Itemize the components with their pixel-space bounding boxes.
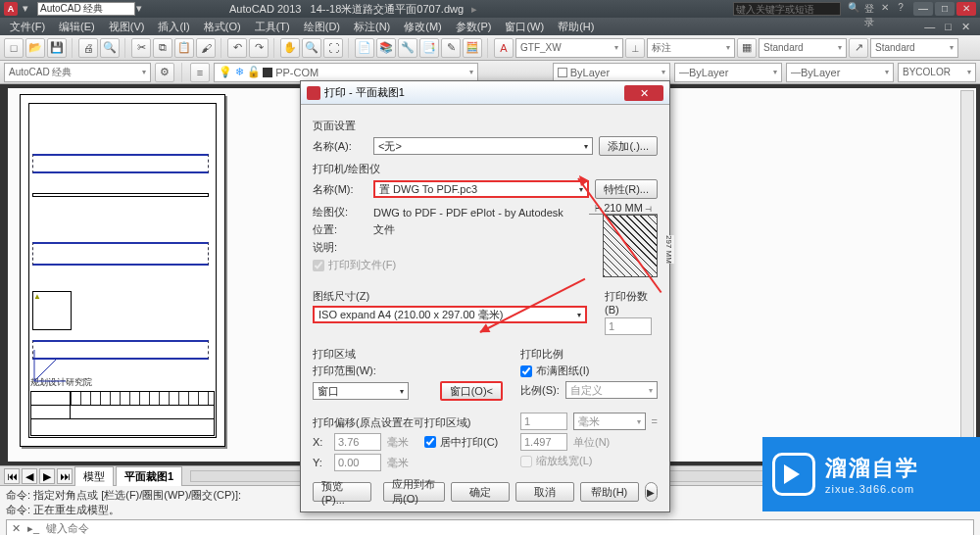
props-icon[interactable]: 📄 bbox=[355, 38, 374, 58]
color-combo[interactable]: ByLayer bbox=[553, 63, 670, 82]
sheets-icon[interactable]: 📑 bbox=[419, 38, 439, 58]
add-button[interactable]: 添加(.)... bbox=[599, 136, 658, 156]
tab-layout1[interactable]: 平面裁图1 bbox=[116, 466, 182, 486]
preview-button[interactable]: 预览(P)... bbox=[313, 482, 371, 502]
mleaderstyle-combo[interactable]: Standard bbox=[870, 38, 958, 58]
tab-model[interactable]: 模型 bbox=[74, 466, 114, 486]
mdi-min[interactable]: — bbox=[920, 21, 939, 33]
save-icon[interactable]: 💾 bbox=[47, 38, 67, 58]
command-input[interactable] bbox=[42, 522, 973, 534]
close-button[interactable]: ✕ bbox=[956, 2, 976, 16]
menu-draw[interactable]: 绘图(D) bbox=[300, 20, 344, 34]
new-icon[interactable]: □ bbox=[4, 38, 24, 58]
match-icon[interactable]: 🖌 bbox=[196, 38, 216, 58]
apply-button[interactable]: 应用到布局(O) bbox=[383, 482, 445, 502]
menu-param[interactable]: 参数(P) bbox=[452, 20, 496, 34]
window-button[interactable]: 窗口(O)< bbox=[440, 381, 503, 401]
menu-insert[interactable]: 插入(I) bbox=[154, 20, 193, 34]
workspace-combo[interactable] bbox=[37, 2, 135, 16]
help-icon[interactable]: ? bbox=[894, 2, 907, 16]
menu-help[interactable]: 帮助(H) bbox=[554, 20, 598, 34]
tab-next[interactable]: ▶ bbox=[39, 468, 55, 484]
tools-icon[interactable]: 🔧 bbox=[398, 38, 417, 58]
ok-button[interactable]: 确定 bbox=[451, 482, 510, 502]
menu-format[interactable]: 格式(O) bbox=[200, 20, 245, 34]
cmd-prompt-icon: ▸_ bbox=[24, 522, 42, 535]
section-printer: 打印机/绘图仪 bbox=[313, 162, 658, 176]
menu-edit[interactable]: 编辑(E) bbox=[55, 20, 99, 34]
menu-tools[interactable]: 工具(T) bbox=[251, 20, 294, 34]
redo-icon[interactable]: ↷ bbox=[249, 38, 269, 58]
lineweight-combo[interactable]: — ByLayer bbox=[786, 63, 894, 82]
calc-icon[interactable]: 🧮 bbox=[463, 38, 482, 58]
papersize-combo[interactable]: ISO expand A4 (210.00 x 297.00 毫米) bbox=[313, 306, 587, 323]
y-input bbox=[334, 454, 381, 471]
cmd-close-icon[interactable]: ✕ bbox=[7, 522, 24, 535]
tablestyle-combo[interactable]: Standard bbox=[759, 38, 847, 58]
menu-view[interactable]: 视图(V) bbox=[105, 20, 149, 34]
value-plotter: DWG to PDF - PDF ePlot - by Autodesk bbox=[373, 207, 564, 219]
help-button[interactable]: 帮助(H) bbox=[580, 482, 639, 502]
unit-label: 单位(N) bbox=[573, 435, 610, 450]
linetype-combo[interactable]: — ByLayer bbox=[674, 63, 782, 82]
menu-dim[interactable]: 标注(N) bbox=[350, 20, 394, 34]
label-range: 打印范围(W): bbox=[313, 364, 503, 378]
paste-icon[interactable]: 📋 bbox=[174, 38, 194, 58]
copy-icon[interactable]: ⧉ bbox=[153, 38, 172, 58]
search-icon[interactable]: 🔍 bbox=[847, 2, 860, 16]
zoom-icon[interactable]: 🔍 bbox=[302, 38, 321, 58]
markup-icon[interactable]: ✎ bbox=[441, 38, 461, 58]
mdi-close[interactable]: ✕ bbox=[957, 21, 974, 33]
mdi-max[interactable]: □ bbox=[941, 21, 956, 33]
tab-last[interactable]: ⏭ bbox=[57, 468, 73, 484]
window-controls: — □ ✕ bbox=[913, 2, 976, 16]
table-icon[interactable]: ▦ bbox=[737, 38, 757, 58]
pagesetup-combo[interactable]: <无> bbox=[373, 137, 593, 155]
watermark-sub: zixue.3d66.com bbox=[825, 483, 919, 495]
menu-file[interactable]: 文件(F) bbox=[6, 20, 49, 34]
expand-button[interactable]: ▶ bbox=[645, 482, 658, 502]
minimize-button[interactable]: — bbox=[913, 2, 933, 16]
ws-gear-icon[interactable]: ⚙ bbox=[155, 63, 174, 82]
menu-modify[interactable]: 修改(M) bbox=[400, 20, 446, 34]
maximize-button[interactable]: □ bbox=[935, 2, 955, 16]
printer-combo[interactable]: 置 DWG To PDF.pc3 bbox=[373, 180, 589, 198]
menubar: 文件(F) 编辑(E) 视图(V) 插入(I) 格式(O) 工具(T) 绘图(D… bbox=[0, 18, 980, 35]
fit-label: 布满图纸(I) bbox=[536, 364, 589, 378]
help-search[interactable] bbox=[733, 2, 841, 16]
layer-icon[interactable]: ≡ bbox=[190, 63, 210, 82]
mleader-icon[interactable]: ↗ bbox=[849, 38, 868, 58]
center-check[interactable] bbox=[424, 436, 436, 448]
dim-icon[interactable]: ⟂ bbox=[625, 38, 645, 58]
scale-combo[interactable]: 自定义 bbox=[565, 381, 658, 399]
workspace-combo2[interactable]: AutoCAD 经典 bbox=[4, 63, 151, 82]
qat-save-icon[interactable]: ▾ bbox=[136, 2, 150, 16]
undo-icon[interactable]: ↶ bbox=[227, 38, 247, 58]
layer-combo[interactable]: 💡 ❄ 🔓 PP-COM bbox=[214, 63, 478, 82]
exchange-icon[interactable]: ✕ bbox=[878, 2, 892, 16]
zoom-ext-icon[interactable]: ⛶ bbox=[323, 38, 343, 58]
login-button[interactable]: 登录 bbox=[862, 2, 876, 16]
cut-icon[interactable]: ✂ bbox=[131, 38, 151, 58]
textstyle-combo[interactable]: GTF_XW bbox=[515, 38, 623, 58]
props-button[interactable]: 特性(R)... bbox=[595, 179, 658, 199]
vscrollbar[interactable] bbox=[960, 90, 974, 460]
dimstyle-combo[interactable]: 标注 bbox=[647, 38, 735, 58]
range-combo[interactable]: 窗口 bbox=[313, 382, 409, 400]
menu-window[interactable]: 窗口(W) bbox=[501, 20, 548, 34]
preview-icon[interactable]: 🔍 bbox=[100, 38, 120, 58]
qat-icon[interactable]: ▾ bbox=[23, 2, 36, 16]
open-icon[interactable]: 📂 bbox=[25, 38, 45, 58]
tab-prev[interactable]: ◀ bbox=[22, 468, 37, 484]
dialog-close-button[interactable]: ✕ bbox=[624, 85, 663, 101]
print-icon[interactable]: 🖨 bbox=[78, 38, 98, 58]
label-plotter: 绘图仪: bbox=[313, 205, 368, 219]
dc-icon[interactable]: 📚 bbox=[376, 38, 396, 58]
dialog-titlebar[interactable]: 打印 - 平面裁图1 ✕ bbox=[301, 81, 669, 105]
plotstyle-combo[interactable]: BYCOLOR bbox=[898, 63, 976, 82]
tab-first[interactable]: ⏮ bbox=[4, 468, 20, 484]
style-icon[interactable]: A bbox=[494, 38, 514, 58]
fit-check[interactable] bbox=[520, 365, 532, 377]
cancel-button[interactable]: 取消 bbox=[515, 482, 574, 502]
pan-icon[interactable]: ✋ bbox=[280, 38, 300, 58]
